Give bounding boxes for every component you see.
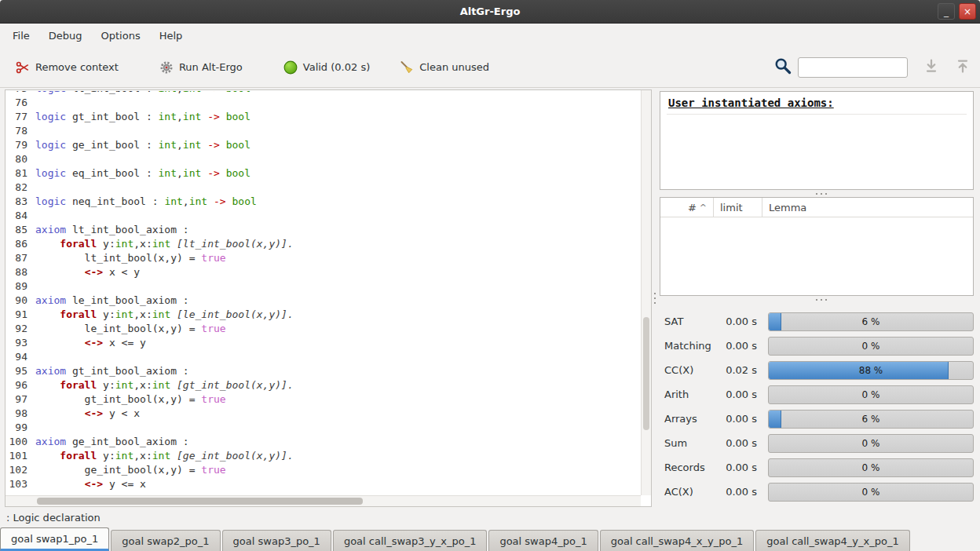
horizontal-scroll-thumb[interactable] bbox=[37, 498, 363, 505]
menu-item-file[interactable]: File bbox=[5, 27, 38, 45]
column-header-lemma[interactable]: Lemma bbox=[762, 198, 973, 217]
code-line: 93 <-> x <= y bbox=[5, 336, 641, 350]
progress-bar: 0 % bbox=[768, 434, 974, 453]
code-line: 101 forall y:int,x:int [ge_int_bool(x,y)… bbox=[5, 449, 641, 463]
window-controls: _ × bbox=[938, 3, 976, 20]
axioms-panel-header: User instantiated axioms: bbox=[667, 95, 967, 115]
code-text: <-> y < x bbox=[35, 407, 140, 421]
search-input[interactable] bbox=[798, 57, 908, 78]
editor-vertical-scrollbar[interactable] bbox=[641, 90, 651, 495]
line-number: 76 bbox=[5, 96, 35, 110]
tabbar: goal swap1_po_1goal swap2_po_1goal swap3… bbox=[0, 526, 980, 551]
line-number: 95 bbox=[5, 364, 35, 378]
window-titlebar[interactable]: AltGr-Ergo _ × bbox=[0, 0, 980, 24]
code-text: axiom lt_int_bool_axiom : bbox=[35, 223, 189, 237]
tab-goal-swap2_po_1[interactable]: goal swap2_po_1 bbox=[111, 530, 220, 551]
remove-context-button[interactable]: Remove context bbox=[9, 56, 125, 79]
code-text: logic ge_int_bool : int,int -> bool bbox=[35, 138, 250, 152]
code-line: 77logic gt_int_bool : int,int -> bool bbox=[5, 110, 641, 124]
code-text: ge_int_bool(x,y) = true bbox=[35, 463, 226, 477]
progress-bar: 6 % bbox=[768, 410, 974, 429]
tab-goal-swap3_po_1[interactable]: goal swap3_po_1 bbox=[222, 530, 331, 551]
line-number: 97 bbox=[5, 392, 35, 407]
progress-label: 0 % bbox=[769, 459, 973, 476]
code-text: <-> x <= y bbox=[35, 336, 146, 350]
sort-ascending-icon: ^ bbox=[700, 203, 707, 213]
line-number: 100 bbox=[5, 435, 35, 449]
code-text: forall y:int,x:int [ge_int_bool(x,y)]. bbox=[35, 449, 294, 463]
scroll-down-icon[interactable] bbox=[923, 58, 939, 76]
line-number: 80 bbox=[5, 152, 35, 166]
source-editor[interactable]: 75logic lt_int_bool : int,int -> bool767… bbox=[5, 89, 652, 507]
statusbar: : Logic declaration bbox=[0, 509, 980, 526]
tab-goal-swap4_po_1[interactable]: goal swap4_po_1 bbox=[488, 530, 598, 551]
lemma-table[interactable]: # ^ limit Lemma bbox=[660, 197, 974, 296]
stat-row-sum: Sum0.00 s0 % bbox=[660, 431, 974, 455]
code-line: 89 bbox=[5, 279, 641, 294]
toolbar: Remove context Run Alt-Ergo Valid (0. bbox=[0, 47, 980, 88]
tab-goal-call_swap4_y_x_po_1[interactable]: goal call_swap4_y_x_po_1 bbox=[755, 530, 910, 551]
progress-label: 0 % bbox=[769, 338, 973, 355]
code-line: 82 bbox=[5, 181, 641, 195]
code-text: logic gt_int_bool : int,int -> bool bbox=[35, 110, 250, 124]
menu-item-debug[interactable]: Debug bbox=[41, 27, 90, 45]
code-text: forall y:int,x:int [gt_int_bool(x,y)]. bbox=[35, 378, 294, 392]
code-text: axiom gt_int_bool_axiom : bbox=[35, 364, 189, 378]
broom-icon bbox=[400, 60, 414, 75]
close-button[interactable]: × bbox=[959, 3, 976, 20]
status-text: : Logic declaration bbox=[6, 512, 101, 524]
code-text: logic lt_int_bool : int,int -> bool bbox=[35, 91, 250, 96]
code-text: lt_int_bool(x,y) = true bbox=[35, 251, 226, 265]
run-alt-ergo-button[interactable]: Run Alt-Ergo bbox=[153, 56, 249, 79]
line-number: 88 bbox=[5, 265, 35, 279]
tab-goal-swap1_po_1[interactable]: goal swap1_po_1 bbox=[0, 527, 109, 551]
line-number: 86 bbox=[5, 237, 35, 251]
clean-unused-label: Clean unused bbox=[419, 61, 489, 73]
code-area[interactable]: 75logic lt_int_bool : int,int -> bool767… bbox=[5, 91, 641, 491]
stat-time: 0.00 s bbox=[716, 389, 757, 400]
code-text: <-> x < y bbox=[35, 265, 140, 279]
tab-goal-call_swap4_x_y_po_1[interactable]: goal call_swap4_x_y_po_1 bbox=[600, 530, 755, 551]
panel-splitter-bottom[interactable] bbox=[660, 296, 974, 303]
panel-splitter-top[interactable] bbox=[660, 190, 974, 197]
clean-unused-button[interactable]: Clean unused bbox=[393, 56, 495, 79]
code-line: 91 forall y:int,x:int [le_int_bool(x,y)]… bbox=[5, 308, 641, 322]
main-splitter[interactable] bbox=[652, 88, 658, 509]
stat-row-arith: Arith0.00 s0 % bbox=[660, 382, 974, 407]
code-text: <-> y <= x bbox=[35, 477, 146, 491]
stat-time: 0.00 s bbox=[716, 340, 757, 352]
axioms-panel[interactable]: User instantiated axioms: bbox=[660, 91, 974, 190]
column-header-limit[interactable]: limit bbox=[714, 198, 762, 217]
code-text: le_int_bool(x,y) = true bbox=[35, 322, 226, 336]
column-header-number[interactable]: # ^ bbox=[660, 198, 714, 217]
stat-row-arrays: Arrays0.00 s6 % bbox=[660, 407, 974, 431]
line-number: 94 bbox=[5, 350, 35, 364]
code-line: 87 lt_int_bool(x,y) = true bbox=[5, 251, 641, 265]
stat-label: Matching bbox=[660, 340, 716, 352]
progress-label: 0 % bbox=[769, 483, 973, 501]
stat-label: Arith bbox=[660, 389, 716, 400]
stat-row-sat: SAT0.00 s6 % bbox=[660, 309, 974, 334]
line-number: 93 bbox=[5, 336, 35, 350]
editor-horizontal-scrollbar[interactable] bbox=[5, 495, 641, 506]
tab-goal-call_swap3_y_x_po_1[interactable]: goal call_swap3_y_x_po_1 bbox=[333, 530, 488, 551]
code-line: 92 le_int_bool(x,y) = true bbox=[5, 322, 641, 336]
stat-row-records: Records0.00 s0 % bbox=[660, 455, 974, 480]
menu-item-options[interactable]: Options bbox=[93, 27, 148, 45]
vertical-scroll-thumb[interactable] bbox=[643, 317, 649, 430]
minimize-button[interactable]: _ bbox=[938, 3, 955, 20]
code-line: 88 <-> x < y bbox=[5, 265, 641, 279]
stat-time: 0.00 s bbox=[716, 413, 757, 425]
line-number: 90 bbox=[5, 294, 35, 308]
progress-bar: 0 % bbox=[768, 483, 974, 502]
stat-label: SAT bbox=[660, 316, 716, 327]
window-title: AltGr-Ergo bbox=[0, 5, 980, 17]
scroll-up-icon[interactable] bbox=[955, 58, 971, 76]
run-alt-ergo-label: Run Alt-Ergo bbox=[179, 61, 243, 73]
right-panel: User instantiated axioms: # ^ limit Lemm… bbox=[658, 88, 980, 509]
gear-icon bbox=[159, 60, 174, 75]
menu-item-help[interactable]: Help bbox=[152, 27, 191, 45]
code-line: 97 gt_int_bool(x,y) = true bbox=[5, 392, 641, 407]
line-number: 78 bbox=[5, 124, 35, 138]
menubar: FileDebugOptionsHelp bbox=[0, 24, 980, 47]
